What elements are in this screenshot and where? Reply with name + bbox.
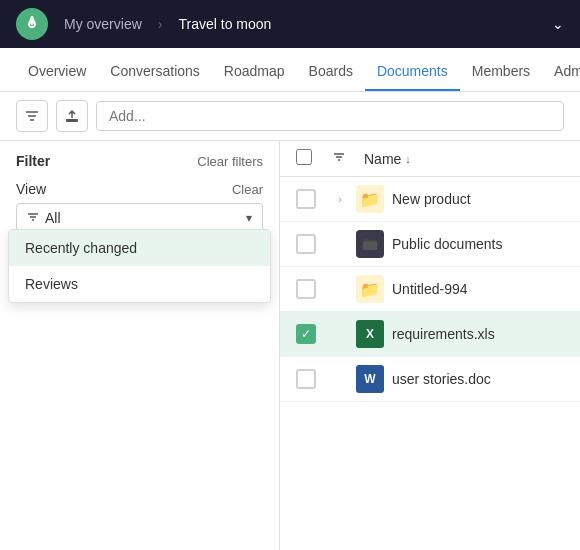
- filter-small-icon: [27, 211, 39, 226]
- row-checkbox-user-stories[interactable]: [296, 369, 324, 389]
- topbar: My overview › Travel to moon ⌄: [0, 0, 580, 48]
- tab-overview[interactable]: Overview: [16, 63, 98, 91]
- tab-boards[interactable]: Boards: [297, 63, 365, 91]
- tab-documents[interactable]: Documents: [365, 63, 460, 91]
- table-row[interactable]: Public documents: [280, 222, 580, 267]
- clear-filters-button[interactable]: Clear filters: [197, 154, 263, 169]
- checkbox-public-docs[interactable]: [296, 234, 316, 254]
- table-row[interactable]: 📁 Untitled-994: [280, 267, 580, 312]
- dropdown-left: All: [27, 210, 61, 226]
- expand-spacer-user-stories: [332, 371, 348, 387]
- dropdown-current-value: All: [45, 210, 61, 226]
- doc-name-new-product: New product: [392, 191, 564, 207]
- nav-tabs: Overview Conversations Roadmap Boards Do…: [0, 48, 580, 92]
- filter-button[interactable]: [16, 100, 48, 132]
- sort-arrow-icon: ↓: [405, 153, 411, 165]
- word-icon-user-stories: W: [356, 365, 384, 393]
- filter-sidebar: Filter Clear filters View Clear All ▾: [0, 141, 280, 550]
- folder-icon-public-docs: [356, 230, 384, 258]
- folder-icon-untitled: 📁: [356, 275, 384, 303]
- dropdown-chevron-icon: ▾: [246, 211, 252, 225]
- docs-panel: Name ↓ › 📁 New product: [280, 141, 580, 550]
- doc-name-untitled: Untitled-994: [392, 281, 564, 297]
- tab-roadmap[interactable]: Roadmap: [212, 63, 297, 91]
- doc-name-public-docs: Public documents: [392, 236, 564, 252]
- dropdown-item-reviews[interactable]: Reviews: [9, 266, 270, 302]
- breadcrumb-separator: ›: [158, 16, 163, 32]
- table-row[interactable]: › 📁 New product: [280, 177, 580, 222]
- filter-header: Filter Clear filters: [0, 153, 279, 177]
- project-name[interactable]: Travel to moon: [178, 16, 271, 32]
- doc-name-user-stories: user stories.doc: [392, 371, 564, 387]
- select-all-checkbox[interactable]: [296, 149, 312, 165]
- checkbox-requirements[interactable]: [296, 324, 316, 344]
- app-logo[interactable]: [16, 8, 48, 40]
- checkbox-untitled[interactable]: [296, 279, 316, 299]
- expand-spacer-untitled: [332, 281, 348, 297]
- header-checkbox[interactable]: [296, 149, 324, 168]
- expand-icon-new-product[interactable]: ›: [332, 191, 348, 207]
- main-layout: Filter Clear filters View Clear All ▾: [0, 141, 580, 550]
- excel-icon-requirements: X: [356, 320, 384, 348]
- expand-spacer-public-docs: [332, 236, 348, 252]
- upload-button[interactable]: [56, 100, 88, 132]
- svg-rect-1: [66, 119, 78, 122]
- table-row[interactable]: W user stories.doc: [280, 357, 580, 402]
- my-overview-label[interactable]: My overview: [64, 16, 142, 32]
- sort-button[interactable]: [332, 150, 356, 167]
- row-checkbox-untitled[interactable]: [296, 279, 324, 299]
- dropdown-item-recently-changed[interactable]: Recently changed: [9, 230, 270, 266]
- view-header: View Clear: [16, 181, 263, 197]
- row-checkbox-requirements[interactable]: [296, 324, 324, 344]
- toolbar: [0, 92, 580, 141]
- tab-members[interactable]: Members: [460, 63, 542, 91]
- expand-spacer-requirements: [332, 326, 348, 342]
- tab-administration[interactable]: Administration: [542, 63, 580, 91]
- project-dropdown-icon[interactable]: ⌄: [552, 16, 564, 32]
- doc-name-requirements: requirements.xls: [392, 326, 564, 342]
- row-checkbox-public-docs[interactable]: [296, 234, 324, 254]
- add-input[interactable]: [96, 101, 564, 131]
- folder-icon-new-product: 📁: [356, 185, 384, 213]
- tab-conversations[interactable]: Conversations: [98, 63, 212, 91]
- docs-header: Name ↓: [280, 141, 580, 177]
- clear-view-button[interactable]: Clear: [232, 182, 263, 197]
- dropdown-list: Recently changed Reviews: [8, 229, 271, 303]
- row-checkbox-new-product[interactable]: [296, 189, 324, 209]
- filter-title: Filter: [16, 153, 50, 169]
- checkbox-user-stories[interactable]: [296, 369, 316, 389]
- view-label: View: [16, 181, 46, 197]
- table-row[interactable]: X requirements.xls: [280, 312, 580, 357]
- checkbox-new-product[interactable]: [296, 189, 316, 209]
- col-name-header: Name ↓: [364, 151, 564, 167]
